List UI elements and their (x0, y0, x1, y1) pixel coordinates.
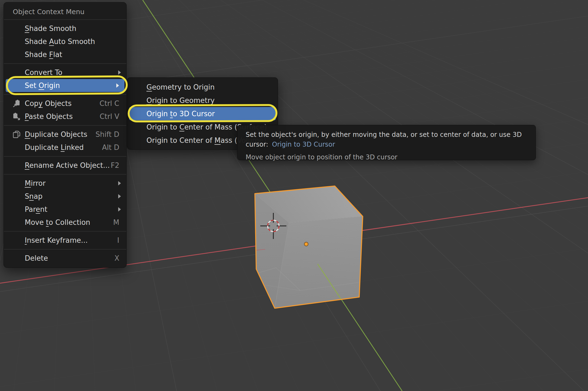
menu-item-paste-objects[interactable]: Paste ObjectsCtrl V (4, 110, 126, 123)
copy-objects-icon (12, 99, 21, 108)
menu-item-shade-auto-smooth[interactable]: Shade Auto Smooth (4, 35, 126, 48)
shortcut-label: Shift D (96, 130, 122, 138)
menu-item-parent[interactable]: Parent (4, 203, 126, 216)
menu-item-set-origin[interactable]: Set Origin (6, 79, 124, 92)
menu-item-mirror[interactable]: Mirror (4, 177, 126, 190)
tooltip: Set the object's origin, by either movin… (237, 125, 536, 160)
shortcut-label: Ctrl C (99, 99, 122, 108)
shortcut-label: X (114, 254, 122, 262)
menu-item-duplicate-linked[interactable]: Duplicate LinkedAlt D (4, 141, 126, 154)
menu-item-snap[interactable]: Snap (4, 190, 126, 203)
tooltip-description: Move object origin to position of the 3D… (246, 152, 533, 162)
menu-item-rename-active-object[interactable]: Rename Active Object...F2 (4, 159, 126, 172)
default-cube[interactable] (253, 186, 363, 308)
origin-dot (304, 242, 308, 246)
submenu-item-geometry-to-origin[interactable]: Geometry to Origin (127, 80, 278, 94)
shortcut-label: Alt D (102, 143, 122, 152)
context-menu-title: Object Context Menu (4, 4, 126, 20)
submenu-arrow-icon (118, 70, 121, 75)
menu-item-copy-objects[interactable]: Copy ObjectsCtrl C (4, 97, 126, 110)
shortcut-label: M (113, 218, 122, 226)
paste-objects-icon (12, 112, 21, 121)
object-context-menu: Object Context Menu Shade SmoothShade Au… (4, 2, 127, 268)
tooltip-link: Origin to 3D Cursor (272, 141, 335, 148)
submenu-arrow-icon (118, 194, 121, 198)
blender-window: Object Context Menu Shade SmoothShade Au… (0, 0, 588, 391)
menu-item-insert-keyframe[interactable]: Insert Keyframe...I (4, 234, 126, 247)
menu-item-convert-to[interactable]: Convert To (4, 66, 126, 79)
menu-item-delete[interactable]: DeleteX (4, 252, 126, 265)
menu-item-shade-smooth[interactable]: Shade Smooth (4, 22, 126, 35)
submenu-item-origin-to-geometry[interactable]: Origin to Geometry (127, 94, 278, 107)
shortcut-label: F2 (111, 161, 122, 169)
tooltip-line-1: Set the object's origin, by either movin… (246, 130, 533, 140)
submenu-arrow-icon (116, 83, 119, 88)
shortcut-label: Ctrl V (100, 112, 122, 121)
menu-item-shade-flat[interactable]: Shade Flat (4, 48, 126, 61)
tooltip-line-2: cursor:Origin to 3D Cursor (246, 140, 533, 149)
submenu-arrow-icon (118, 181, 121, 185)
menu-item-move-to-collection[interactable]: Move to CollectionM (4, 216, 126, 229)
menu-item-duplicate-objects[interactable]: Duplicate ObjectsShift D (4, 128, 126, 141)
submenu-arrow-icon (118, 207, 121, 212)
shortcut-label: I (117, 236, 122, 244)
duplicate-objects-icon (12, 130, 21, 139)
submenu-item-origin-to-3d-cursor[interactable]: Origin to 3D Cursor (129, 107, 276, 120)
